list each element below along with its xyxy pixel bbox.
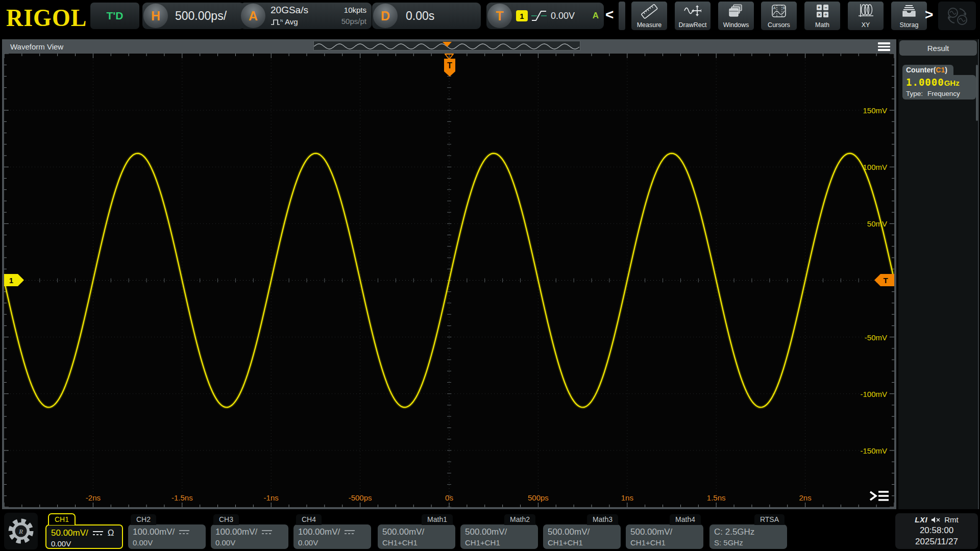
memory-depth-value: 10kpts [341, 5, 366, 15]
math-scale: 500.00mV/ [382, 526, 424, 538]
svg-text:B: B [783, 6, 786, 10]
result-header: Result [899, 40, 977, 56]
rtsa-span: S: 5GHz [714, 538, 782, 548]
math-tile-math3[interactable]: Math3 500.00mV/ CH1+CH1 [543, 514, 621, 549]
svg-text:1: 1 [9, 276, 13, 285]
sample-rate-value: 20GSa/s [271, 5, 308, 16]
channel-tab: CH3 [213, 514, 239, 525]
trigger-settings-group[interactable]: T 1 0.00V A [486, 3, 604, 29]
toolbar-math-button[interactable]: + − × ÷ Math [804, 2, 840, 30]
trigger-status-button[interactable]: T'D [90, 3, 139, 29]
toolbar-storage-button[interactable]: Storag [891, 2, 927, 30]
channel-scale: 100.00mV/ [215, 526, 257, 538]
toolbar-cursors-button[interactable]: A B Cursors [761, 2, 797, 30]
grid-svg [4, 54, 894, 507]
system-settings-button[interactable]: R [4, 513, 38, 549]
math-scale: 500.00mV/ [548, 526, 590, 538]
counter-title: Counter(C1) [902, 65, 953, 75]
channel-scale: 100.00mV/ [133, 526, 175, 538]
counter-result-card[interactable]: Counter(C1) 1.0000GHz Type: Frequency [902, 65, 976, 99]
channel1-marker[interactable]: 1 [4, 273, 24, 287]
avg-icon: N [271, 18, 283, 26]
toolbar-measure-button[interactable]: Measure [631, 2, 667, 30]
counter-type-label: Type: [906, 89, 923, 98]
math-tab: Math2 [504, 514, 535, 525]
toolbar-scroll-right[interactable]: > [925, 7, 933, 23]
waveform-panel: Waveform View -2ns-1.5ns-1ns-500ps0s500p… [2, 39, 896, 509]
math-tab: Math3 [587, 514, 618, 525]
gear-icon: R [7, 516, 35, 546]
counter-digits: 1.0000 [906, 77, 944, 88]
channel-scale: 100.00mV/ [298, 526, 340, 538]
toolbar-label: Storag [900, 21, 919, 29]
hamburger-menu-icon[interactable] [878, 42, 890, 53]
wave-move-icon [684, 4, 701, 19]
channel-offset: 0.00V [215, 538, 284, 548]
resolution-value: 50ps/pt [341, 16, 366, 27]
dc-coupling-icon [92, 530, 104, 536]
trigger-source-badge[interactable]: 1 [516, 10, 528, 21]
horizontal-scale-value: 500.00ps/ [175, 3, 227, 29]
ruler-icon [641, 4, 658, 19]
svg-text:R: R [18, 528, 23, 535]
toolbar-label: Cursors [768, 21, 790, 29]
clock-date: 2025/11/27 [915, 536, 958, 547]
horizontal-knob-button[interactable]: H [143, 4, 168, 28]
toolbar-windows-button[interactable]: Windows [718, 2, 754, 30]
math-tile-math4[interactable]: Math4 500.00mV/ CH1+CH1 [626, 514, 703, 549]
oscilloscope-screen: RIGOL T'D H 500.00ps/ A 20GSa/s N Avg 10… [0, 0, 980, 551]
speaker-muted-icon [931, 516, 941, 523]
channel-tile-ch1[interactable]: CH1 50.00mV/ Ω 0.00V [45, 514, 123, 549]
impedance-label: Ω [108, 527, 114, 539]
counter-type-value: Frequency [927, 89, 960, 98]
channel-tab: CH4 [296, 514, 322, 525]
channel-tab: CH2 [131, 514, 156, 525]
counter-title-suffix: ) [945, 66, 947, 74]
waveform-view-title: Waveform View [10, 39, 63, 54]
counter-title-prefix: Counter( [906, 66, 936, 74]
channel-offset: 0.00V [51, 539, 117, 549]
math-tile-math1[interactable]: Math1 500.00mV/ CH1+CH1 [378, 514, 455, 549]
clock-time: 20:58:00 [920, 525, 953, 536]
svg-text:+: + [818, 5, 820, 10]
trigger-level-marker[interactable]: T [874, 273, 894, 287]
toolbar-xy-button[interactable]: XY [848, 2, 884, 30]
result-panel-scrollbar[interactable] [976, 65, 978, 121]
svg-text:N: N [280, 18, 283, 23]
toolbar-label: Measure [637, 21, 662, 29]
trigger-knob-button[interactable]: T [487, 4, 512, 28]
acquisition-overview-strip[interactable] [313, 41, 580, 51]
acquire-knob-button[interactable]: A [241, 4, 265, 28]
delay-knob-button[interactable]: D [373, 4, 398, 28]
slope-rising-icon [530, 9, 548, 23]
counter-unit: GHz [944, 79, 960, 87]
channel-scale: 50.00mV/ [51, 527, 88, 539]
cursors-ab-icon: A B [770, 4, 788, 19]
trigger-coupling-value: A [593, 3, 599, 29]
math-source: CH1+CH1 [548, 538, 616, 548]
ministrip-svg [314, 41, 580, 50]
grid-menu-icon[interactable] [869, 489, 890, 503]
acquire-mode-label: Avg [285, 17, 298, 27]
svg-text:÷: ÷ [825, 12, 827, 17]
math-tile-math2[interactable]: Math2 500.00mV/ CH1+CH1 [460, 514, 538, 549]
rtsa-tile[interactable]: RTSA C: 2.5GHz S: 5GHz [709, 514, 787, 549]
toolbar-label: Math [815, 21, 829, 29]
toolbar-scroll-left[interactable]: < [605, 7, 614, 23]
trigger-flag[interactable]: T [444, 59, 456, 77]
math-scale: 500.00mV/ [630, 526, 672, 538]
math-source: CH1+CH1 [465, 538, 533, 548]
channel-tile-ch2[interactable]: CH2 100.00mV/ 0.00V [128, 514, 206, 549]
delay-settings-group[interactable]: D 0.00s [372, 3, 481, 29]
status-tile: LXI Rmt 20:58:00 2025/11/27 [895, 513, 978, 549]
channel-tile-ch4[interactable]: CH4 100.00mV/ 0.00V [293, 514, 371, 549]
channel-tile-ch3[interactable]: CH3 100.00mV/ 0.00V [211, 514, 288, 549]
waveform-grid[interactable]: -2ns-1.5ns-1ns-500ps0s500ps1ns1.5ns2ns 1… [4, 54, 894, 507]
acquisition-settings-group[interactable]: A 20GSa/s N Avg 10kpts 50ps/pt [240, 3, 372, 29]
horizontal-settings-group[interactable]: H 500.00ps/ [142, 3, 244, 29]
toolbar-label: Windows [723, 21, 749, 29]
dc-coupling-icon [261, 529, 273, 535]
toolbar-label: DrawRect [679, 21, 707, 29]
math-tab: Math1 [422, 514, 453, 525]
toolbar-drawrect-button[interactable]: DrawRect [675, 2, 710, 30]
